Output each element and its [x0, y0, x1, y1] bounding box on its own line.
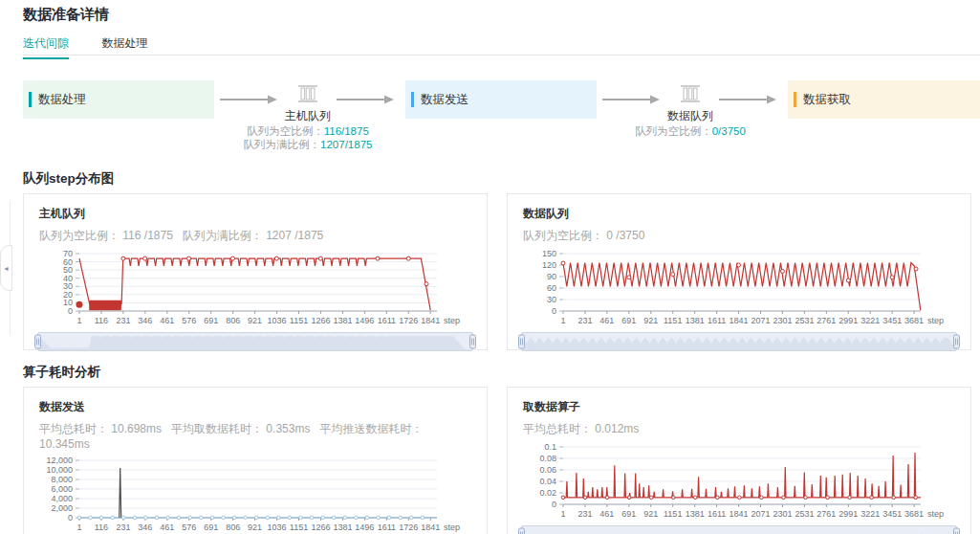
svg-text:1151: 1151: [290, 316, 308, 325]
page-title: 数据准备详情: [23, 6, 980, 24]
svg-text:3681: 3681: [904, 509, 924, 519]
svg-text:1381: 1381: [686, 509, 705, 519]
svg-text:1: 1: [560, 509, 565, 519]
svg-text:4,000: 4,000: [51, 494, 73, 503]
svg-text:30: 30: [547, 295, 556, 304]
svg-text:1381: 1381: [686, 316, 705, 325]
svg-text:806: 806: [226, 316, 240, 325]
fetch-operator-datazoom-slider[interactable]: [521, 525, 957, 534]
svg-text:0: 0: [68, 306, 73, 316]
svg-text:231: 231: [116, 316, 130, 325]
section-title-operator-time: 算子耗时分析: [23, 364, 980, 381]
svg-text:1: 1: [76, 523, 81, 532]
svg-text:2,000: 2,000: [51, 503, 73, 513]
data-queue-datazoom-slider[interactable]: [521, 332, 957, 351]
svg-text:1151: 1151: [290, 523, 308, 532]
svg-text:step: step: [444, 523, 460, 532]
svg-text:3221: 3221: [860, 316, 880, 325]
queue-charts-row: 主机队列 队列为空比例： 116 /1875 队列为满比例： 1207 /187…: [23, 193, 971, 350]
card-subtitle: 平均总耗时： 10.698ms 平均取数据耗时： 0.353ms 平均推送数据耗…: [39, 421, 471, 451]
pipeline-node-data-queue: 数据队列 队列为空比例：0/3750: [619, 82, 762, 138]
svg-text:1841: 1841: [730, 509, 749, 519]
svg-text:1841: 1841: [421, 316, 440, 325]
svg-text:2531: 2531: [795, 316, 814, 325]
datazoom-left-handle[interactable]: [518, 528, 525, 534]
svg-text:461: 461: [599, 509, 614, 519]
svg-text:step: step: [927, 509, 944, 519]
accent-bar: [411, 92, 414, 107]
datazoom-right-handle[interactable]: [953, 335, 960, 349]
svg-text:1726: 1726: [399, 316, 418, 325]
svg-text:1726: 1726: [399, 523, 418, 532]
sidebar-collapse-handle[interactable]: ◂: [0, 245, 12, 291]
svg-text:2301: 2301: [773, 316, 792, 325]
chart-card-data-send: 数据发送 平均总耗时： 10.698ms 平均取数据耗时： 0.353ms 平均…: [23, 387, 488, 534]
svg-text:1381: 1381: [333, 523, 352, 532]
svg-text:1036: 1036: [268, 523, 287, 532]
svg-text:2071: 2071: [751, 316, 770, 325]
svg-text:0: 0: [68, 513, 73, 523]
svg-text:2531: 2531: [795, 509, 814, 519]
svg-text:150: 150: [542, 249, 556, 258]
flow-arrow-icon: [719, 95, 776, 104]
datazoom-left-handle[interactable]: [518, 335, 525, 349]
tab-iteration-gap[interactable]: 迭代间隙: [23, 35, 69, 59]
svg-text:691: 691: [621, 509, 636, 519]
svg-text:1496: 1496: [355, 523, 374, 532]
tab-data-processing[interactable]: 数据处理: [101, 35, 147, 57]
host-queue-line-chart[interactable]: 0102030405060701116231346461576691806921…: [35, 246, 487, 328]
svg-text:0.06: 0.06: [539, 465, 556, 475]
svg-text:90: 90: [547, 272, 556, 281]
svg-text:116: 116: [95, 523, 108, 532]
svg-text:921: 921: [643, 316, 658, 325]
svg-text:0.04: 0.04: [539, 477, 556, 486]
svg-text:1841: 1841: [421, 523, 440, 532]
svg-text:60: 60: [547, 283, 556, 293]
svg-text:576: 576: [182, 523, 196, 532]
queue-empty-ratio: 队列为空比例：116/1875: [247, 124, 369, 138]
queue-full-ratio: 队列为满比例：1207/1875: [244, 138, 373, 151]
svg-text:1: 1: [560, 316, 565, 325]
pipeline-node-label: 数据发送: [421, 92, 468, 108]
svg-text:0.08: 0.08: [539, 454, 556, 463]
svg-text:1: 1: [76, 316, 81, 325]
svg-text:3221: 3221: [860, 509, 880, 519]
data-queue-line-chart[interactable]: 0306090120150123146169192111511381161118…: [519, 246, 970, 328]
svg-text:8,000: 8,000: [51, 475, 73, 484]
card-title: 数据队列: [523, 206, 955, 222]
svg-text:0.02: 0.02: [539, 488, 556, 498]
host-queue-datazoom-slider[interactable]: [37, 332, 473, 351]
svg-text:461: 461: [160, 316, 174, 325]
svg-text:2301: 2301: [773, 509, 792, 519]
svg-text:50: 50: [63, 265, 73, 275]
svg-text:0: 0: [552, 500, 556, 509]
chart-card-data-queue: 数据队列 队列为空比例： 0 /3750 0306090120150123146…: [507, 193, 971, 350]
datazoom-right-handle[interactable]: [469, 335, 476, 349]
flow-arrow-icon: [337, 95, 394, 104]
svg-text:461: 461: [599, 316, 614, 325]
datazoom-right-handle[interactable]: [953, 528, 960, 534]
card-title: 主机队列: [39, 206, 471, 222]
svg-text:20: 20: [63, 290, 73, 300]
svg-text:3451: 3451: [882, 509, 902, 519]
svg-text:691: 691: [621, 316, 636, 325]
svg-text:576: 576: [182, 316, 196, 325]
svg-text:921: 921: [643, 509, 658, 519]
svg-text:1036: 1036: [268, 316, 287, 325]
data-send-line-chart[interactable]: 02,0004,0006,0008,00010,00012,0001116231…: [35, 453, 487, 534]
svg-text:30: 30: [63, 281, 73, 291]
svg-text:0.1: 0.1: [544, 442, 556, 452]
card-subtitle: 队列为空比例： 0 /3750: [523, 228, 955, 244]
svg-text:461: 461: [160, 523, 174, 532]
queue-node-label: 主机队列: [285, 108, 331, 124]
svg-text:806: 806: [226, 523, 240, 532]
fetch-operator-line-chart[interactable]: 00.020.040.060.080.112314616919211151138…: [519, 439, 970, 522]
datazoom-left-handle[interactable]: [34, 335, 41, 349]
chart-card-fetch-operator: 取数据算子 平均总耗时： 0.012ms 00.020.040.060.080.…: [507, 387, 971, 534]
svg-text:2991: 2991: [838, 316, 858, 325]
tab-bar: 迭代间隙 数据处理: [23, 33, 980, 56]
svg-text:1611: 1611: [708, 509, 726, 519]
svg-text:1611: 1611: [378, 316, 396, 325]
svg-text:231: 231: [577, 509, 592, 519]
svg-text:1266: 1266: [311, 523, 330, 532]
